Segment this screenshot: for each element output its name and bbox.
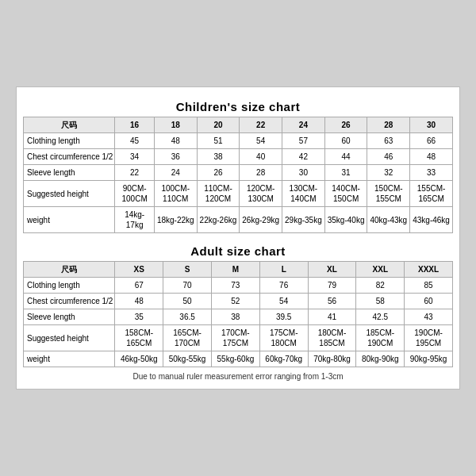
table-cell: 76	[259, 278, 308, 294]
table-row: Sleeve length2224262830313233	[24, 165, 453, 181]
table-cell: 26kg-29kg	[240, 207, 282, 233]
table-row: weight46kg-50kg50kg-55kg55kg-60kg60kg-70…	[24, 351, 453, 367]
children-col-header-8: 30	[410, 117, 453, 133]
table-cell: 43	[405, 309, 453, 325]
table-cell: 180CM-185CM	[308, 325, 356, 351]
table-row: weight14kg-17kg18kg-22kg22kg-26kg26kg-29…	[24, 207, 453, 233]
adult-chart-title: Adult size chart	[23, 244, 453, 258]
table-cell: 155CM-165CM	[410, 181, 453, 207]
children-table: 尺码 16 18 20 22 24 26 28 30 Clothing leng…	[23, 117, 453, 233]
table-cell: 60	[324, 133, 367, 149]
table-cell: 39.5	[259, 309, 308, 325]
row-label: Clothing length	[24, 278, 115, 294]
table-cell: 36.5	[163, 309, 212, 325]
adult-col-header-0: 尺码	[24, 262, 115, 278]
row-label: weight	[24, 207, 115, 233]
table-cell: 60kg-70kg	[259, 351, 308, 367]
table-cell: 56	[308, 294, 356, 309]
children-col-header-3: 20	[197, 117, 240, 133]
table-cell: 120CM-130CM	[240, 181, 282, 207]
table-cell: 70kg-80kg	[308, 351, 356, 367]
table-cell: 31	[324, 165, 367, 181]
table-cell: 35	[115, 309, 163, 325]
table-cell: 48	[115, 294, 163, 309]
table-cell: 43kg-46kg	[410, 207, 453, 233]
table-cell: 185CM-190CM	[356, 325, 405, 351]
row-label: Chest circumference 1/2	[24, 149, 115, 165]
children-col-header-6: 26	[324, 117, 367, 133]
adult-table: 尺码 XS S M L XL XXL XXXL Clothing length6…	[23, 261, 453, 367]
chart-container: Children's size chart 尺码 16 18 20 22 24 …	[16, 86, 460, 390]
table-cell: 190CM-195CM	[405, 325, 453, 351]
children-col-header-1: 16	[115, 117, 154, 133]
children-col-header-4: 22	[240, 117, 282, 133]
table-cell: 54	[240, 133, 282, 149]
table-cell: 33	[410, 165, 453, 181]
table-cell: 28	[240, 165, 282, 181]
table-cell: 79	[308, 278, 356, 294]
table-cell: 45	[115, 133, 154, 149]
table-cell: 165CM-170CM	[163, 325, 212, 351]
table-cell: 46kg-50kg	[115, 351, 163, 367]
table-cell: 58	[356, 294, 405, 309]
table-cell: 36	[154, 149, 197, 165]
adult-col-header-4: L	[259, 262, 308, 278]
table-cell: 158CM-165CM	[115, 325, 163, 351]
table-cell: 55kg-60kg	[211, 351, 259, 367]
table-cell: 41	[308, 309, 356, 325]
row-label: Sleeve length	[24, 165, 115, 181]
table-cell: 175CM-180CM	[259, 325, 308, 351]
table-cell: 35kg-40kg	[324, 207, 367, 233]
table-cell: 46	[367, 149, 410, 165]
table-cell: 40	[240, 149, 282, 165]
table-cell: 14kg-17kg	[115, 207, 154, 233]
table-cell: 150CM-155CM	[367, 181, 410, 207]
table-cell: 51	[197, 133, 240, 149]
table-cell: 85	[405, 278, 453, 294]
table-row: Suggested height90CM-100CM100CM-110CM110…	[24, 181, 453, 207]
row-label: Chest circumference 1/2	[24, 294, 115, 309]
table-cell: 22	[115, 165, 154, 181]
table-cell: 52	[211, 294, 259, 309]
table-cell: 29kg-35kg	[282, 207, 325, 233]
table-cell: 24	[154, 165, 197, 181]
table-cell: 90kg-95kg	[405, 351, 453, 367]
children-col-header-2: 18	[154, 117, 197, 133]
table-cell: 100CM-110CM	[154, 181, 197, 207]
table-cell: 48	[410, 149, 453, 165]
table-row: Clothing length4548515457606366	[24, 133, 453, 149]
table-cell: 34	[115, 149, 154, 165]
table-cell: 70	[163, 278, 212, 294]
children-chart-title: Children's size chart	[23, 100, 453, 113]
table-cell: 50kg-55kg	[163, 351, 212, 367]
adult-col-header-6: XXL	[356, 262, 405, 278]
children-col-header-7: 28	[367, 117, 410, 133]
table-cell: 38	[211, 309, 259, 325]
table-cell: 67	[115, 278, 163, 294]
table-cell: 60	[405, 294, 453, 309]
adult-col-header-2: S	[163, 262, 212, 278]
table-cell: 54	[259, 294, 308, 309]
table-row: Chest circumference 1/248505254565860	[24, 294, 453, 309]
table-row: Clothing length67707376798285	[24, 278, 453, 294]
row-label: Sleeve length	[24, 309, 115, 325]
children-col-header-0: 尺码	[24, 117, 115, 133]
table-cell: 32	[367, 165, 410, 181]
table-cell: 82	[356, 278, 405, 294]
table-cell: 80kg-90kg	[356, 351, 405, 367]
row-label: Suggested height	[24, 325, 115, 351]
row-label: Clothing length	[24, 133, 115, 149]
table-cell: 73	[211, 278, 259, 294]
adult-col-header-5: XL	[308, 262, 356, 278]
table-cell: 90CM-100CM	[115, 181, 154, 207]
adult-col-header-1: XS	[115, 262, 163, 278]
table-cell: 140CM-150CM	[324, 181, 367, 207]
footer-note: Due to manual ruler measurement error ra…	[23, 372, 453, 381]
table-cell: 38	[197, 149, 240, 165]
table-row: Sleeve length3536.53839.54142.543	[24, 309, 453, 325]
table-cell: 42.5	[356, 309, 405, 325]
table-cell: 110CM-120CM	[197, 181, 240, 207]
table-row: Chest circumference 1/23436384042444648	[24, 149, 453, 165]
row-label: Suggested height	[24, 181, 115, 207]
table-cell: 18kg-22kg	[154, 207, 197, 233]
